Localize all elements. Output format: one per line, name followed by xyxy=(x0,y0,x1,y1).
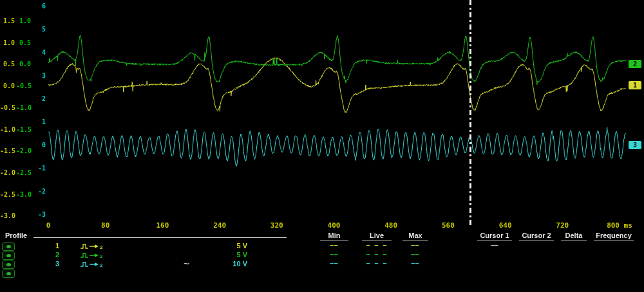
channel-3-profile-button[interactable] xyxy=(2,260,15,269)
stats-header-live: Live xyxy=(362,232,392,241)
y-axis-ch3-label: 2 xyxy=(34,95,46,103)
y-axis-ch2-label: 0.0 xyxy=(16,60,31,68)
y-axis-ch2-label: -1.5 xyxy=(16,126,31,134)
channel-2-profile-button[interactable] xyxy=(2,251,15,260)
y-axis-ch1-label: 0.0 xyxy=(0,82,15,90)
channel-badge-2[interactable]: 2 xyxy=(629,60,641,68)
y-axis-channel-1: 1.51.00.50.0-0.5-1.0-1.5-2.0-2.5-3.0 xyxy=(0,0,15,230)
ch1-live-value: – – – xyxy=(362,242,392,248)
waveform-plot[interactable] xyxy=(0,0,644,230)
control-panel: Profile 1 2 5 V 2 2 5 V 3 xyxy=(0,230,644,292)
y-axis-ch1-label: -1.5 xyxy=(0,147,15,155)
frequency-header: Frequency xyxy=(594,232,634,241)
pulse-arrow-icon xyxy=(80,242,99,250)
y-axis-ch2-label: -2.5 xyxy=(16,169,31,177)
y-axis-ch3-label: 3 xyxy=(34,72,46,80)
y-axis-ch3-label: -2 xyxy=(34,188,46,196)
y-axis-ch3-label: -3 xyxy=(34,211,46,219)
ch2-min-value: –– xyxy=(320,251,348,257)
y-axis-ch2-label: 1.0 xyxy=(16,17,31,25)
channel-1-range[interactable]: 5 V xyxy=(218,242,247,250)
ch1-max-value: –– xyxy=(402,242,428,248)
channel-2-number[interactable]: 2 xyxy=(53,251,62,259)
ch2-live-value: – – – xyxy=(362,251,392,257)
profile-label: Profile xyxy=(5,232,27,239)
channel-3-source-icon: 2 xyxy=(80,260,109,268)
y-axis-ch3-label: 6 xyxy=(34,3,46,10)
ac-coupling-icon: ∼ xyxy=(183,259,190,268)
profile-dot-icon xyxy=(6,245,11,248)
ch3-min-value: –– xyxy=(320,260,348,266)
stats-header-max: Max xyxy=(402,232,428,241)
channel-badge-1[interactable]: 1 xyxy=(629,81,641,89)
channel-2-range[interactable]: 5 V xyxy=(218,251,247,259)
y-axis-ch1-label: 0.5 xyxy=(0,60,15,68)
y-axis-ch1-label: -1.0 xyxy=(0,126,15,134)
profile-divider xyxy=(33,237,287,238)
channel-3-range[interactable]: 10 V xyxy=(218,260,247,268)
ch2-max-value: –– xyxy=(402,251,428,257)
channel-1-profile-button[interactable] xyxy=(2,242,15,251)
delta-header: Delta xyxy=(561,232,587,241)
source-icon-number: 2 xyxy=(100,253,102,259)
channel-1-source-icon: 2 xyxy=(80,242,109,250)
y-axis-ch1-label: -2.5 xyxy=(0,191,15,199)
y-axis-ch2-label: 0.5 xyxy=(16,39,31,47)
profile-dot-icon xyxy=(6,254,11,257)
y-axis-ch3-label: -1 xyxy=(34,165,46,172)
source-icon-number: 2 xyxy=(100,244,102,250)
ch1-min-value: –– xyxy=(320,242,348,248)
y-axis-ch1-label: 1.5 xyxy=(0,17,15,25)
stats-header-min: Min xyxy=(320,232,348,241)
scope-display: 1.51.00.50.0-0.5-1.0-1.5-2.0-2.5-3.0 1.0… xyxy=(0,0,644,230)
pulse-arrow-icon xyxy=(80,251,99,259)
y-axis-ch2-label: -3.0 xyxy=(16,191,31,199)
source-icon-number: 2 xyxy=(100,262,102,268)
y-axis-ch2-label: -1.0 xyxy=(16,104,31,112)
cursor1-header: Cursor 1 xyxy=(477,232,512,241)
cursor1-value: –– xyxy=(477,242,512,248)
pulse-arrow-icon xyxy=(80,260,99,268)
y-axis-ch1-label: -2.0 xyxy=(0,169,15,177)
y-axis-ch3-label: 4 xyxy=(34,49,46,57)
channel-2-source-icon: 2 xyxy=(80,251,109,259)
oscilloscope-app: 1.51.00.50.0-0.5-1.0-1.5-2.0-2.5-3.0 1.0… xyxy=(0,0,644,292)
channel-1-number[interactable]: 1 xyxy=(53,242,62,250)
channel-3-number[interactable]: 3 xyxy=(53,260,62,268)
channel-badge-3[interactable]: 3 xyxy=(629,141,641,149)
y-axis-ch2-label: -2.0 xyxy=(16,147,31,155)
y-axis-ch1-label: -3.0 xyxy=(0,212,15,220)
y-axis-ch3-label: 1 xyxy=(34,118,46,126)
timebase-value[interactable]: 100 ms xyxy=(223,280,259,288)
time-cursor-line[interactable] xyxy=(469,0,471,226)
y-axis-ch1-label: -0.5 xyxy=(0,104,15,112)
ch3-max-value: –– xyxy=(402,260,428,266)
y-axis-ch3-label: 5 xyxy=(34,26,46,33)
y-axis-channel-2: 1.00.50.0-0.5-1.0-1.5-2.0-2.5-3.0 xyxy=(16,0,31,230)
y-axis-channel-3: 6543210-1-2-3 xyxy=(34,0,46,230)
channel-4-profile-button[interactable] xyxy=(2,269,15,278)
ch3-live-value: – – – xyxy=(362,260,392,266)
y-axis-ch2-label: -0.5 xyxy=(16,82,31,90)
y-axis-ch1-label: 1.0 xyxy=(0,39,15,47)
cursor2-header: Cursor 2 xyxy=(519,232,554,241)
y-axis-ch3-label: 0 xyxy=(34,141,46,149)
profile-dot-icon xyxy=(6,263,11,266)
profile-dot-icon xyxy=(6,272,11,275)
